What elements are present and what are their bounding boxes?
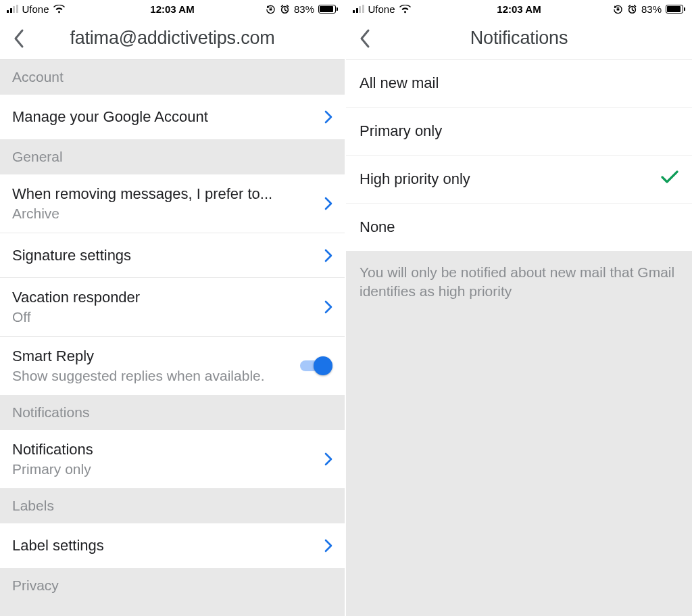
row-smart-reply[interactable]: Smart Reply Show suggested replies when … [0,337,345,395]
section-header-privacy: Privacy [0,568,345,603]
alarm-icon [280,4,290,14]
page-title: fatima@addictivetips.com [0,28,345,49]
option-all-new-mail[interactable]: All new mail [346,60,692,108]
option-label: None [360,218,395,236]
row-subtitle: Show suggested replies when available. [12,368,300,384]
selection-description: You will only be notified about new mail… [346,251,692,314]
chevron-right-icon [324,110,332,124]
row-title: When removing messages, I prefer to... [12,185,316,203]
section-header-labels: Labels [0,488,345,523]
carrier-label: Ufone [368,3,395,15]
svg-rect-0 [270,8,272,10]
orientation-lock-icon [266,4,276,14]
cell-signal-icon [7,5,18,13]
orientation-lock-icon [613,4,623,14]
wifi-icon [399,5,411,14]
row-title: Signature settings [12,247,316,264]
checkmark-icon [661,170,678,188]
row-value: Primary only [12,461,316,477]
row-value: Archive [12,206,316,222]
section-header-general: General [0,139,345,174]
option-label: All new mail [360,74,439,92]
option-label: Primary only [360,122,442,140]
row-remove-preference[interactable]: When removing messages, I prefer to... A… [0,174,345,233]
row-vacation-responder[interactable]: Vacation responder Off [0,278,345,337]
row-signature-settings[interactable]: Signature settings [0,233,345,278]
row-title: Notifications [12,441,316,458]
battery-icon [318,5,338,14]
row-title: Label settings [12,537,316,554]
settings-screen: Ufone 12:03 AM 83% fatima@addictivetips.… [0,0,346,616]
nav-header: Notifications [346,18,692,60]
battery-percent-label: 83% [294,3,314,15]
chevron-right-icon [324,300,332,314]
chevron-right-icon [324,452,332,466]
option-none[interactable]: None [346,204,692,251]
battery-percent-label: 83% [641,3,662,15]
status-bar: Ufone 12:03 AM 83% [346,0,692,18]
chevron-right-icon [324,249,332,262]
nav-header: fatima@addictivetips.com [0,18,345,60]
svg-rect-2 [617,8,620,10]
row-title: Vacation responder [12,289,316,306]
section-header-account: Account [0,60,345,95]
option-primary-only[interactable]: Primary only [346,108,692,156]
chevron-right-icon [324,539,332,552]
option-high-priority-only[interactable]: High priority only [346,156,692,204]
option-label: High priority only [360,170,470,188]
row-title: Smart Reply [12,348,300,365]
wifi-icon [53,5,65,14]
chevron-right-icon [324,197,332,210]
row-manage-google-account[interactable]: Manage your Google Account [0,95,345,139]
page-title: Notifications [346,28,692,49]
carrier-label: Ufone [22,3,49,15]
status-bar: Ufone 12:03 AM 83% [0,0,345,18]
row-notifications[interactable]: Notifications Primary only [0,430,345,488]
section-header-notifications: Notifications [0,395,345,430]
row-value: Off [12,309,316,325]
row-label-settings[interactable]: Label settings [0,523,345,568]
alarm-icon [627,4,637,14]
cell-signal-icon [353,5,364,13]
battery-icon [666,5,685,14]
row-title: Manage your Google Account [12,108,316,126]
smart-reply-toggle[interactable] [300,356,332,375]
empty-area [346,314,692,616]
notifications-screen: Ufone 12:03 AM 83% Notifications Al [346,0,692,616]
